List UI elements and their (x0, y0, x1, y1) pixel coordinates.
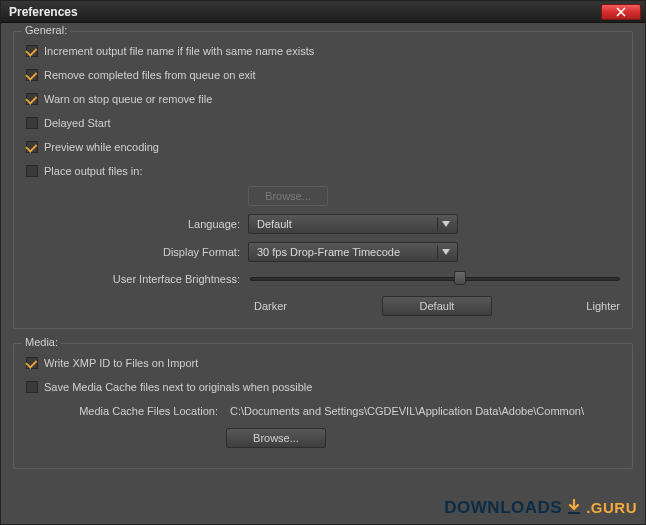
watermark: DOWNLOADS .GURU (444, 497, 637, 518)
browse-output-button: Browse... (248, 186, 328, 206)
general-legend: General: (22, 24, 70, 36)
brightness-slider[interactable] (250, 271, 620, 287)
display-format-value: 30 fps Drop-Frame Timecode (257, 246, 400, 258)
chevron-down-icon (437, 217, 453, 231)
media-legend: Media: (22, 336, 61, 348)
label-save-cache[interactable]: Save Media Cache files next to originals… (44, 381, 312, 393)
row-language: Language: Default (26, 214, 620, 234)
display-format-dropdown[interactable]: 30 fps Drop-Frame Timecode (248, 242, 458, 262)
cache-location-value: C:\Documents and Settings\CGDEVIL\Applic… (226, 405, 584, 417)
row-display-format: Display Format: 30 fps Drop-Frame Timeco… (26, 242, 620, 262)
row-increment-output: Increment output file name if file with … (26, 42, 620, 60)
window-title: Preferences (9, 5, 78, 19)
preferences-window: Preferences General: Increment output fi… (0, 0, 646, 525)
checkbox-delayed-start[interactable] (26, 117, 38, 129)
watermark-text2: .GURU (586, 499, 637, 516)
checkbox-preview-encoding[interactable] (26, 141, 38, 153)
label-write-xmp[interactable]: Write XMP ID to Files on Import (44, 357, 198, 369)
checkbox-remove-completed[interactable] (26, 69, 38, 81)
titlebar: Preferences (1, 1, 645, 23)
close-icon (616, 7, 626, 17)
label-remove-completed[interactable]: Remove completed files from queue on exi… (44, 69, 256, 81)
row-save-cache: Save Media Cache files next to originals… (26, 378, 620, 396)
row-brightness-labels: Darker Default Lighter (26, 296, 620, 316)
download-icon (566, 499, 582, 515)
row-write-xmp: Write XMP ID to Files on Import (26, 354, 620, 372)
language-label: Language: (26, 218, 248, 230)
row-cache-browse: Browse... (26, 428, 620, 448)
label-delayed-start[interactable]: Delayed Start (44, 117, 111, 129)
row-cache-location: Media Cache Files Location: C:\Documents… (26, 402, 620, 420)
cache-location-label: Media Cache Files Location: (26, 405, 226, 417)
checkbox-warn-stop[interactable] (26, 93, 38, 105)
checkbox-increment-output[interactable] (26, 45, 38, 57)
svg-rect-0 (568, 512, 580, 514)
checkbox-save-cache[interactable] (26, 381, 38, 393)
row-place-output: Place output files in: (26, 162, 620, 180)
media-group: Media: Write XMP ID to Files on Import S… (13, 343, 633, 469)
lighter-label: Lighter (492, 300, 620, 312)
checkbox-write-xmp[interactable] (26, 357, 38, 369)
default-brightness-button[interactable]: Default (382, 296, 492, 316)
row-warn-stop: Warn on stop queue or remove file (26, 90, 620, 108)
row-browse-output: Browse... (26, 186, 620, 206)
general-group: General: Increment output file name if f… (13, 31, 633, 329)
row-ui-brightness: User Interface Brightness: (26, 270, 620, 288)
client-area: General: Increment output file name if f… (1, 23, 645, 493)
language-dropdown[interactable]: Default (248, 214, 458, 234)
browse-cache-button[interactable]: Browse... (226, 428, 326, 448)
slider-thumb[interactable] (454, 271, 466, 285)
label-warn-stop[interactable]: Warn on stop queue or remove file (44, 93, 212, 105)
row-delayed-start: Delayed Start (26, 114, 620, 132)
checkbox-place-output[interactable] (26, 165, 38, 177)
display-format-label: Display Format: (26, 246, 248, 258)
close-button[interactable] (601, 4, 641, 20)
label-preview-encoding[interactable]: Preview while encoding (44, 141, 159, 153)
slider-track (250, 277, 620, 281)
row-preview-encoding: Preview while encoding (26, 138, 620, 156)
watermark-text1: DOWNLOADS (444, 498, 562, 518)
ui-brightness-label: User Interface Brightness: (26, 273, 248, 285)
label-place-output[interactable]: Place output files in: (44, 165, 142, 177)
row-remove-completed: Remove completed files from queue on exi… (26, 66, 620, 84)
darker-label: Darker (254, 300, 382, 312)
label-increment-output[interactable]: Increment output file name if file with … (44, 45, 314, 57)
language-value: Default (257, 218, 292, 230)
chevron-down-icon (437, 245, 453, 259)
